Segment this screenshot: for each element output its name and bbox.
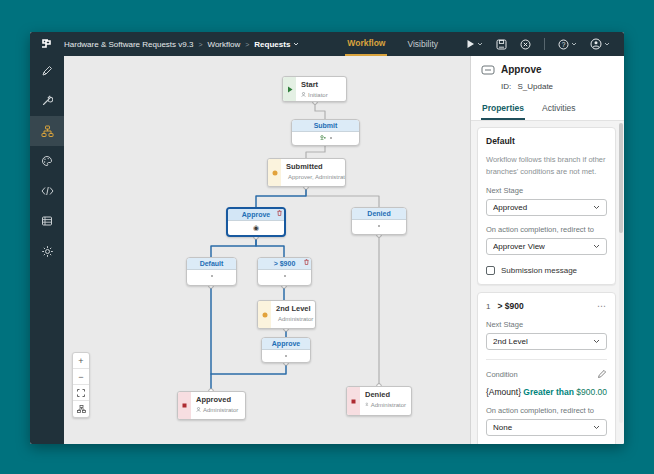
node-submit[interactable]: Submit bbox=[291, 119, 360, 146]
pencil-icon bbox=[41, 65, 53, 77]
port-dot bbox=[284, 275, 286, 277]
condition-label: Condition bbox=[486, 370, 518, 379]
node-over-900-branch[interactable]: > $900 bbox=[257, 257, 312, 286]
node-approve-2[interactable]: Approve bbox=[261, 337, 311, 363]
branch-index: 1 bbox=[486, 302, 490, 311]
panel-scroll-area[interactable]: Default Workflow follows this branch if … bbox=[471, 121, 624, 444]
person-icon bbox=[301, 92, 306, 97]
chevron-down-icon bbox=[593, 425, 600, 430]
port-dot bbox=[378, 225, 380, 227]
left-toolbar bbox=[30, 56, 64, 444]
chevron-down-icon bbox=[593, 339, 600, 344]
workflow-canvas[interactable]: Start Initiator Submit bbox=[64, 56, 470, 444]
tab-properties[interactable]: Properties bbox=[481, 99, 525, 120]
svg-text:?: ? bbox=[562, 40, 566, 47]
condition-value: $900.00 bbox=[576, 387, 607, 397]
tab-workflow[interactable]: Workflow bbox=[345, 32, 387, 56]
next-stage-select[interactable]: 2nd Level bbox=[486, 333, 607, 350]
submission-message-checkbox[interactable] bbox=[486, 266, 495, 275]
zoom-out-button[interactable]: − bbox=[73, 369, 89, 385]
cancel-button[interactable] bbox=[520, 39, 531, 50]
zoom-in-button[interactable]: + bbox=[73, 353, 89, 369]
node-role: Administrator bbox=[203, 407, 238, 413]
node-default-branch[interactable]: Default bbox=[186, 257, 237, 286]
edit-condition-icon[interactable] bbox=[597, 369, 607, 379]
node-title: Approve bbox=[262, 338, 310, 350]
breadcrumb-page-label: Requests bbox=[254, 40, 290, 49]
panel-tabs: Properties Activities bbox=[471, 99, 624, 121]
save-icon bbox=[496, 39, 507, 50]
next-stage-label: Next Stage bbox=[486, 186, 607, 195]
save-button[interactable] bbox=[496, 39, 507, 50]
waiting-state-icon bbox=[258, 301, 271, 328]
waiting-state-icon bbox=[268, 159, 281, 186]
redirect-select[interactable]: None bbox=[486, 419, 607, 436]
panel-scrollbar-thumb[interactable] bbox=[619, 123, 623, 233]
over-900-branch-card: 1 > $900 ⋯ Next Stage 2nd Level Conditio… bbox=[477, 292, 616, 444]
panel-header: Approve ID: S_Update bbox=[471, 56, 624, 91]
breadcrumb-app-title[interactable]: Hardware & Software Requests v9.3 bbox=[64, 40, 193, 49]
chevron-down-icon bbox=[604, 42, 610, 46]
node-title: Submit bbox=[292, 120, 359, 132]
end-state-icon bbox=[178, 392, 191, 419]
sidebar-item-design[interactable] bbox=[30, 56, 64, 86]
node-submitted[interactable]: Submitted Approver, Administrator bbox=[267, 158, 346, 187]
redirect-value: None bbox=[493, 423, 593, 432]
node-approved-end[interactable]: Approved Administrator bbox=[177, 391, 246, 420]
sidebar-item-tools[interactable] bbox=[30, 86, 64, 116]
end-state-icon bbox=[347, 387, 360, 415]
redirect-select[interactable]: Approver View bbox=[486, 238, 607, 255]
node-role: Approver, Administrator bbox=[288, 174, 346, 180]
redirect-label: On action completion, redirect to bbox=[486, 225, 607, 234]
desktop-background: Hardware & Software Requests v9.3 > Work… bbox=[0, 0, 654, 474]
chevron-down-icon bbox=[593, 205, 600, 210]
fit-to-screen-button[interactable] bbox=[73, 385, 89, 401]
run-button[interactable] bbox=[466, 39, 483, 49]
breadcrumb-page-dropdown[interactable]: Requests bbox=[254, 40, 299, 49]
sidebar-item-data[interactable] bbox=[30, 206, 64, 236]
sidebar-item-theme[interactable] bbox=[30, 146, 64, 176]
chevron-down-icon bbox=[593, 244, 600, 249]
delete-node-icon[interactable] bbox=[277, 210, 282, 216]
account-menu-button[interactable] bbox=[590, 38, 610, 50]
panel-title: Approve bbox=[501, 64, 542, 75]
node-second-level[interactable]: 2nd Level Administrator bbox=[257, 300, 316, 329]
play-icon bbox=[466, 39, 475, 49]
node-start[interactable]: Start Initiator bbox=[282, 76, 347, 102]
account-icon bbox=[590, 38, 602, 50]
node-role: Administrator bbox=[371, 402, 406, 408]
help-icon: ? bbox=[558, 39, 569, 50]
palette-icon bbox=[41, 155, 53, 167]
node-denied-end[interactable]: Denied Administrator bbox=[346, 386, 412, 416]
database-icon bbox=[41, 215, 53, 227]
node-approve-selected[interactable]: Approve ◉ bbox=[226, 207, 286, 237]
wrench-icon bbox=[41, 95, 53, 107]
next-stage-select[interactable]: Approved bbox=[486, 199, 607, 216]
sidebar-item-settings[interactable] bbox=[30, 236, 64, 266]
start-play-icon bbox=[283, 77, 296, 101]
focus-port-icon: ◉ bbox=[253, 224, 259, 231]
help-menu-button[interactable]: ? bbox=[558, 39, 577, 50]
node-title: Submitted bbox=[286, 162, 340, 172]
breadcrumb-section[interactable]: Workflow bbox=[208, 40, 241, 49]
laserfiche-logo-icon[interactable] bbox=[30, 32, 64, 56]
tab-activities[interactable]: Activities bbox=[541, 99, 577, 120]
workflow-icon bbox=[41, 125, 54, 138]
node-title: Denied bbox=[352, 208, 406, 220]
node-title: Approve bbox=[242, 211, 270, 218]
person-icon bbox=[365, 402, 369, 407]
port-dot bbox=[211, 275, 213, 277]
delete-node-icon[interactable] bbox=[304, 259, 309, 265]
auto-layout-button[interactable] bbox=[73, 401, 89, 417]
sidebar-item-code[interactable] bbox=[30, 176, 64, 206]
node-role: Administrator bbox=[278, 316, 313, 322]
submit-action-icon bbox=[320, 135, 326, 141]
gear-icon bbox=[41, 245, 54, 258]
branch-menu-button[interactable]: ⋯ bbox=[597, 301, 607, 311]
sidebar-item-workflow[interactable] bbox=[30, 116, 64, 146]
panel-scrollbar[interactable] bbox=[619, 123, 623, 423]
tab-visibility[interactable]: Visibility bbox=[405, 32, 440, 56]
node-denied-branch[interactable]: Denied bbox=[351, 207, 407, 235]
divider bbox=[486, 359, 607, 360]
next-stage-value: Approved bbox=[493, 203, 593, 212]
